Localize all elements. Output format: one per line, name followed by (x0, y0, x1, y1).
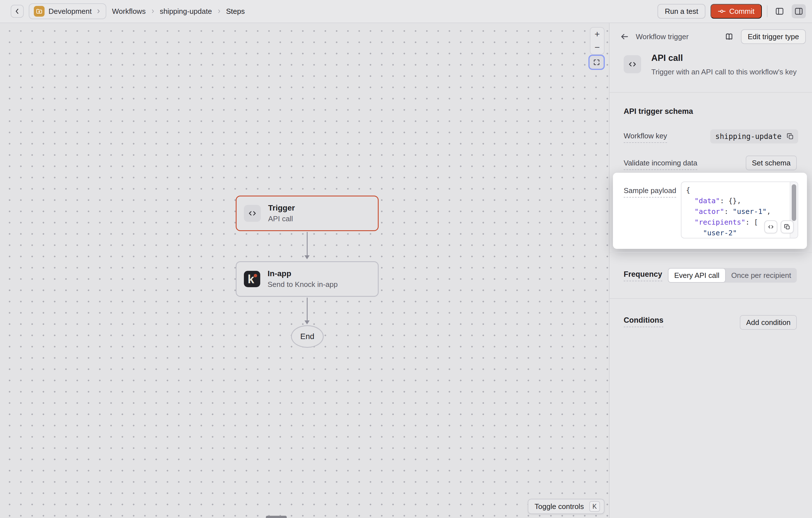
conditions-label: Conditions (624, 316, 663, 327)
zoom-in-button[interactable]: + (590, 28, 604, 41)
frequency-label: Frequency (624, 270, 662, 281)
panel-title: Workflow trigger (636, 32, 689, 41)
divider (610, 298, 812, 299)
chevron-right-icon (95, 8, 101, 14)
breadcrumb-workflows[interactable]: Workflows (112, 7, 145, 16)
trigger-node-title: Trigger (268, 204, 295, 213)
app-window: Development Workflows shipping-update St… (0, 0, 812, 518)
workflow-key-text: shipping-update (715, 132, 782, 141)
panel-header: Workflow trigger Edit trigger type (620, 29, 806, 44)
back-button[interactable] (11, 5, 24, 18)
end-node: End (291, 325, 324, 348)
commit-button[interactable]: Commit (710, 4, 762, 19)
copy-icon (784, 223, 790, 230)
breadcrumb: Workflows shipping-update Steps (112, 7, 245, 16)
edge-arrowhead (304, 321, 310, 325)
breadcrumb-separator (216, 9, 222, 14)
breadcrumb-separator (150, 9, 155, 14)
toggle-left-panel-button[interactable] (773, 4, 787, 18)
docs-book-button[interactable] (725, 32, 734, 41)
trigger-type-title: API call (651, 53, 683, 63)
trigger-node-subtitle: API call (268, 214, 295, 223)
sample-payload-spotlight: Sample payload { "data": {}, "actor": "u… (613, 173, 807, 249)
code-icon (768, 224, 774, 230)
knock-logo-dot (254, 274, 257, 277)
panel-left-icon (775, 6, 784, 16)
sample-payload-editor[interactable]: { "data": {}, "actor": "user-1", "recipi… (681, 182, 798, 238)
set-schema-button[interactable]: Set schema (746, 156, 797, 170)
folder-icon (34, 6, 45, 17)
trigger-node-texts: Trigger API call (268, 204, 295, 223)
breadcrumb-steps[interactable]: Steps (226, 7, 245, 16)
toggle-right-panel-button[interactable] (792, 4, 806, 18)
toggle-controls-label: Toggle controls (534, 502, 584, 511)
knock-logo-icon: k (244, 271, 260, 287)
arrow-left-icon (620, 32, 629, 41)
frequency-option-every-api-call[interactable]: Every API call (668, 268, 725, 283)
top-bar: Development Workflows shipping-update St… (0, 0, 812, 23)
run-a-test-button[interactable]: Run a test (658, 4, 706, 19)
knock-logo-letter: k (248, 273, 254, 286)
trigger-node[interactable]: Trigger API call (236, 195, 379, 231)
inapp-node-subtitle: Send to Knock in-app (267, 280, 338, 289)
hidden-toolbar-peek (266, 516, 287, 518)
api-call-icon-tile (624, 55, 641, 73)
code-icon (244, 205, 261, 222)
zoom-controls: + − (590, 27, 605, 55)
add-condition-button[interactable]: Add condition (740, 315, 797, 330)
commit-label: Commit (729, 7, 754, 16)
sample-payload-label: Sample payload (624, 186, 676, 197)
edge-arrowhead (304, 255, 310, 259)
edit-trigger-type-button[interactable]: Edit trigger type (741, 29, 806, 44)
breadcrumb-workflow-key[interactable]: shipping-update (160, 7, 212, 16)
api-trigger-schema-heading: API trigger schema (624, 107, 693, 116)
divider (610, 92, 812, 93)
divider (767, 5, 767, 17)
toggle-controls-button[interactable]: Toggle controls K (528, 499, 605, 514)
keyboard-shortcut-badge: K (589, 501, 600, 512)
edge-trigger-to-inapp (307, 232, 308, 255)
edit-code-button[interactable] (764, 220, 777, 233)
inapp-node-texts: In-app Send to Knock in-app (267, 269, 338, 289)
panel-back-button[interactable] (620, 32, 629, 41)
in-app-step-node[interactable]: k In-app Send to Knock in-app (236, 261, 379, 297)
divider (610, 252, 812, 253)
workflow-trigger-panel: Workflow trigger Edit trigger type API c… (609, 23, 812, 518)
workflow-key-label: Workflow key (624, 132, 667, 143)
environment-label: Development (49, 7, 92, 16)
scrollbar-thumb[interactable] (792, 184, 796, 221)
inapp-node-title: In-app (267, 269, 338, 278)
workflow-canvas[interactable]: + − Trigger API call k In-app (0, 23, 609, 518)
workflow-key-value[interactable]: shipping-update (710, 129, 798, 144)
copy-payload-button[interactable] (781, 220, 794, 233)
frequency-segmented-control: Every API call Once per recipient (668, 268, 797, 283)
fit-view-icon (593, 59, 600, 66)
frequency-option-once-per-recipient[interactable]: Once per recipient (726, 268, 797, 283)
chevron-left-icon (13, 8, 21, 15)
commit-icon (718, 7, 726, 15)
topbar-actions: Run a test Commit (658, 4, 806, 19)
trigger-type-description: Trigger with an API call to this workflo… (651, 68, 797, 77)
fit-view-button[interactable] (588, 55, 605, 70)
book-icon (725, 32, 734, 41)
code-icon (628, 60, 637, 68)
edge-inapp-to-end (307, 298, 308, 321)
zoom-out-button[interactable]: − (590, 41, 604, 54)
environment-switcher[interactable]: Development (29, 3, 106, 19)
panel-right-icon (794, 6, 804, 16)
copy-icon[interactable] (786, 132, 794, 140)
validate-incoming-data-label: Validate incoming data (624, 159, 697, 170)
